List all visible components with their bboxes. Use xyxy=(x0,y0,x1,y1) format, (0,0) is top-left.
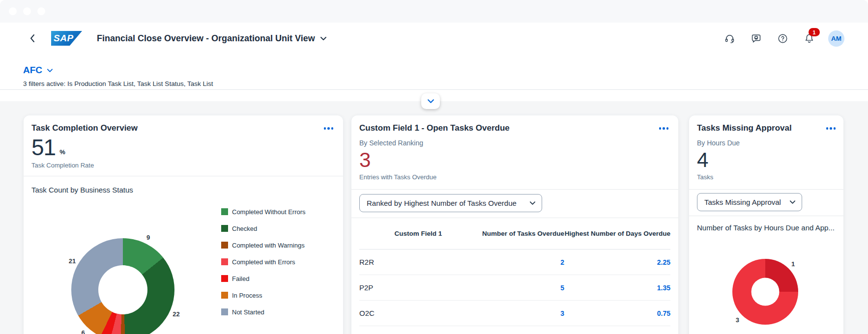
chevron-down-icon xyxy=(529,201,536,205)
ranking-dropdown-value: Ranked by Highest Number of Tasks Overdu… xyxy=(367,199,529,207)
legend-label: Completed Without Errors xyxy=(232,208,306,216)
legend-label: Completed with Errors xyxy=(232,258,295,266)
card-menu-button[interactable] xyxy=(826,127,836,130)
table-row[interactable]: P2P51.35 xyxy=(359,275,670,301)
card-title: Custom Field 1 - Open Tasks Overdue xyxy=(359,123,510,133)
legend-item: In Process xyxy=(221,290,306,300)
legend-swatch xyxy=(221,275,228,282)
legend-swatch xyxy=(221,292,228,299)
legend-label: Completed with Warnings xyxy=(232,242,305,249)
row-value-cell[interactable]: 1.35 xyxy=(564,275,670,301)
table-body: R2R22.25P2P51.35O2C30.75 xyxy=(359,250,670,326)
support-headset-icon[interactable] xyxy=(721,30,738,47)
donut-segment-label: 1 xyxy=(791,260,795,268)
row-value-cell[interactable]: 2 xyxy=(477,250,564,275)
row-value-cell[interactable]: 2.25 xyxy=(564,250,670,275)
donut-hole xyxy=(98,265,147,314)
legend-swatch xyxy=(221,225,228,232)
hours-due-donut-chart[interactable]: 13 xyxy=(732,259,798,325)
legend-label: In Process xyxy=(232,292,262,299)
column-header: Custom Field 1 xyxy=(359,218,477,250)
kpi-value: 51 xyxy=(31,136,56,159)
help-icon[interactable] xyxy=(774,30,791,47)
column-header: Highest Number of Days Overdue xyxy=(564,218,670,250)
legend-label: Checked xyxy=(232,225,257,232)
donut-hole xyxy=(752,278,780,306)
variant-selector[interactable]: AFC xyxy=(23,65,868,76)
legend-item: Not Started xyxy=(221,307,306,317)
legend-swatch xyxy=(221,242,228,249)
card-subtitle: By Hours Due xyxy=(697,139,740,147)
table-row[interactable]: O2C30.75 xyxy=(359,301,670,326)
kpi-value: 4 xyxy=(697,150,708,170)
legend-label: Failed xyxy=(232,275,249,282)
legend-item: Checked xyxy=(221,223,306,233)
window-close-button[interactable] xyxy=(9,7,17,15)
card-title: Tasks Missing Approval xyxy=(697,123,792,133)
card-open-tasks-overdue: Custom Field 1 - Open Tasks Overdue By S… xyxy=(351,115,678,334)
row-value-cell[interactable]: 0.75 xyxy=(564,301,670,326)
collapse-header-button[interactable] xyxy=(421,93,440,109)
card-menu-button[interactable] xyxy=(324,127,334,130)
page-title-dropdown-icon[interactable] xyxy=(320,36,327,41)
dashboard-content: Task Completion Overview 51 % Task Compl… xyxy=(0,101,868,334)
row-label-cell: O2C xyxy=(359,301,477,326)
row-value-cell[interactable]: 3 xyxy=(477,301,564,326)
filter-bar: AFC 3 filters active: Is Production Task… xyxy=(0,54,868,90)
ranking-dropdown[interactable]: Ranked by Highest Number of Tasks Overdu… xyxy=(359,194,542,212)
sap-logo[interactable]: SAP xyxy=(51,31,82,46)
chevron-down-icon xyxy=(789,200,796,204)
row-label-cell: P2P xyxy=(359,275,477,301)
donut-segment-label: 9 xyxy=(146,233,150,241)
card-task-completion-overview: Task Completion Overview 51 % Task Compl… xyxy=(24,115,343,334)
legend-swatch xyxy=(221,258,228,265)
window-titlebar xyxy=(0,0,868,23)
chart-title: Number of Tasks by Hours Due and App... xyxy=(697,223,835,232)
donut-segment-label: 3 xyxy=(736,316,739,323)
kpi-label: Tasks xyxy=(697,173,713,181)
approval-dropdown[interactable]: Tasks Missing Approval xyxy=(697,193,802,211)
page-title: Financial Close Overview - Organizationa… xyxy=(97,33,315,44)
notifications-bell-icon[interactable]: 1 xyxy=(801,30,817,47)
notification-count-badge: 1 xyxy=(809,28,820,36)
kpi-value: 3 xyxy=(359,150,370,170)
legend-item: Completed with Warnings xyxy=(221,240,306,250)
card-subtitle: By Selected Ranking xyxy=(359,139,423,147)
donut-segment-label: 21 xyxy=(69,257,76,264)
kpi-label: Task Completion Rate xyxy=(31,162,94,169)
donut-segment-label: 22 xyxy=(173,310,179,317)
table-row[interactable]: R2R22.25 xyxy=(359,250,670,275)
variant-name: AFC xyxy=(23,65,42,76)
chart-legend: Completed Without ErrorsCheckedCompleted… xyxy=(221,207,306,317)
legend-item: Failed xyxy=(221,274,306,283)
legend-item: Completed with Errors xyxy=(221,257,306,267)
feedback-chat-icon[interactable] xyxy=(748,30,764,47)
table-header: Custom Field 1Number of Tasks OverdueHig… xyxy=(359,218,670,250)
legend-label: Not Started xyxy=(232,308,264,316)
app-header: SAP Financial Close Overview - Organizat… xyxy=(0,23,868,54)
user-avatar[interactable]: AM xyxy=(828,30,844,47)
card-menu-button[interactable] xyxy=(659,127,669,130)
kpi-unit: % xyxy=(59,149,65,155)
row-label-cell: R2R xyxy=(359,250,477,275)
task-status-donut-chart[interactable]: 922122621 xyxy=(71,238,174,334)
back-button[interactable] xyxy=(26,31,39,45)
window-minimize-button[interactable] xyxy=(23,7,31,15)
row-value-cell[interactable]: 5 xyxy=(477,275,564,301)
legend-swatch xyxy=(221,308,228,315)
overdue-tasks-table: Custom Field 1Number of Tasks OverdueHig… xyxy=(359,218,670,326)
chart-title: Task Count by Business Status xyxy=(31,186,133,194)
legend-swatch xyxy=(221,208,228,215)
window-maximize-button[interactable] xyxy=(37,7,45,15)
approval-dropdown-value: Tasks Missing Approval xyxy=(704,198,789,206)
card-title: Task Completion Overview xyxy=(31,123,138,133)
kpi-label: Entries with Tasks Overdue xyxy=(359,173,436,181)
active-filters-summary: 3 filters active: Is Production Task Lis… xyxy=(23,80,868,87)
legend-item: Completed Without Errors xyxy=(221,207,306,217)
sap-fiori-dashboard: { "header": { "title": "Financial Close … xyxy=(0,0,868,334)
donut-segment-label: 6 xyxy=(81,329,85,334)
card-tasks-missing-approval: Tasks Missing Approval By Hours Due 4 Ta… xyxy=(689,115,843,334)
column-header: Number of Tasks Overdue xyxy=(477,218,564,250)
variant-dropdown-icon xyxy=(47,68,53,73)
